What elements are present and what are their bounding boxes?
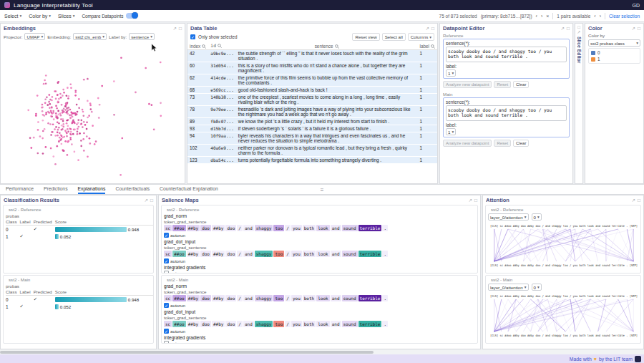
top-bar: Language Interpretability Tool GD: [0, 0, 644, 10]
popout-icon[interactable]: ↗: [145, 198, 148, 203]
columns-button[interactable]: Columns ▾: [408, 33, 434, 41]
maximize-icon[interactable]: □: [567, 26, 570, 32]
autorun-toggle[interactable]: ✓autorun: [164, 233, 475, 238]
popout-icon[interactable]: ↗: [632, 26, 635, 32]
search-icon[interactable]: [202, 44, 206, 49]
column-header-sentence[interactable]: sentence: [236, 42, 418, 50]
next-pair-button[interactable]: ›: [600, 14, 601, 19]
popout-icon[interactable]: ↗: [561, 26, 565, 32]
autorun-toggle[interactable]: autorun: [164, 271, 475, 274]
table-row[interactable]: 10240a6e9...neither parker nor donovan i…: [187, 145, 437, 157]
prev-datapoint-button[interactable]: ‹: [536, 14, 537, 19]
label-select[interactable]: 1▾: [446, 128, 456, 135]
autorun-toggle[interactable]: ✓autorun: [164, 329, 475, 334]
label-select[interactable]: 1▾: [446, 69, 456, 77]
tab-performance[interactable]: Performance: [6, 185, 34, 194]
popout-icon[interactable]: ↗: [632, 198, 635, 203]
label-by-select[interactable]: sentence ▾: [129, 33, 155, 40]
popout-icon[interactable]: ↗: [577, 29, 580, 34]
sentence-input[interactable]: scooby dooby doo / and shaggy too / you …: [446, 105, 567, 121]
probas-row: 0✓0.948: [6, 296, 154, 304]
tab-explanations[interactable]: Explanations: [78, 185, 106, 194]
analyze-new-datapoint-button[interactable]: Analyze new datapoint: [443, 140, 492, 147]
color-by-menu[interactable]: Color by ▾: [29, 14, 51, 19]
table-row[interactable]: 68e569cc...good old-fashioned slash-and-…: [187, 87, 437, 94]
user-avatar[interactable]: GD: [633, 3, 640, 8]
popout-icon[interactable]: ↗: [469, 198, 472, 203]
cell-id: a9bc9e...: [208, 50, 236, 62]
color-by-select[interactable]: sst2 probas class ▾: [588, 39, 640, 47]
tab-counterfactual-explanation[interactable]: Counterfactual Explanation: [160, 185, 218, 194]
search-icon[interactable]: [431, 44, 435, 49]
column-header-label[interactable]: label: [417, 42, 437, 50]
slice-editor-module-minimized[interactable]: □ ↗ Slice Editor: [575, 23, 583, 184]
prev-pair-button[interactable]: ‹: [594, 14, 595, 19]
column-header-id[interactable]: id: [208, 42, 236, 50]
maximize-icon[interactable]: □: [179, 26, 182, 32]
maximize-icon[interactable]: □: [474, 198, 477, 203]
clear-selection-button[interactable]: Clear selection: [609, 14, 640, 19]
drag-handle[interactable]: ≡: [321, 187, 324, 193]
search-icon[interactable]: [218, 44, 222, 48]
autorun-toggle[interactable]: ✓autorun: [164, 258, 475, 263]
next-datapoint-button[interactable]: ›: [541, 14, 542, 19]
column-header-index[interactable]: index: [187, 42, 208, 50]
reset-button[interactable]: Reset: [494, 140, 511, 147]
probas-field-label: probas: [6, 213, 151, 218]
only-show-selected-checkbox[interactable]: ✓: [190, 34, 195, 39]
layer-select[interactable]: layer_0/attention▾: [488, 284, 529, 291]
clear-button[interactable]: Clear: [513, 81, 529, 88]
maximize-icon[interactable]: □: [150, 198, 153, 203]
projector-select[interactable]: UMAP ▾: [24, 33, 45, 40]
select-menu[interactable]: Select ▾: [4, 14, 21, 19]
deselect-datapoint-icon[interactable]: ×: [546, 14, 549, 19]
popout-icon[interactable]: ↗: [173, 26, 177, 32]
head-select[interactable]: 0▾: [532, 213, 542, 221]
reset-view-button[interactable]: Reset view: [352, 33, 379, 41]
table-row[interactable]: 93d15b7d...if steven soderbergh 's ` sol…: [187, 125, 437, 132]
salience-token: .: [382, 295, 388, 301]
maximize-icon[interactable]: □: [638, 198, 640, 203]
score-bar-fill: [55, 227, 127, 232]
table-row[interactable]: 62414cde...the primitive force of this f…: [187, 74, 437, 87]
table-row[interactable]: 73148b38...one of the creepiest , scarie…: [187, 94, 437, 106]
table-row[interactable]: 9410f9aa...byler reveals his characters …: [187, 132, 437, 145]
table-row[interactable]: 789e79ee...fresnadillo 's dark and jolti…: [187, 106, 437, 118]
table-row[interactable]: 123dba54c...turns potentially forgettabl…: [187, 157, 437, 164]
footer-by-team: by the LIT team: [599, 357, 633, 362]
head-select-value: 0: [534, 215, 536, 220]
embedding-select[interactable]: sst2:cls_emb ▾: [73, 33, 107, 40]
salience-token: and: [243, 251, 254, 257]
clear-button[interactable]: Clear: [513, 140, 529, 147]
data-table: index id sentence label 42a9bc9e...the s…: [187, 42, 437, 164]
autorun-toggle[interactable]: autorun: [164, 341, 475, 344]
autorun-toggle[interactable]: ✓autorun: [164, 303, 475, 308]
table-row[interactable]: 42a9bc9e...the subtle strength of `` ell…: [187, 50, 437, 62]
layer-select[interactable]: layer_0/attention▾: [488, 213, 529, 221]
analyze-new-datapoint-button[interactable]: Analyze new datapoint: [443, 81, 492, 88]
sentence-input[interactable]: scooby dooby doo / and shaggy too / you …: [446, 47, 567, 62]
embedding-plot[interactable]: [1, 42, 185, 183]
datapoint-editor-module: Datapoint Editor ↗ □ Referencesentence(*…: [439, 23, 573, 184]
scrollbar-thumb[interactable]: [0, 351, 374, 354]
table-row[interactable]: 89fb8c07...we know the plot 's a little …: [187, 118, 437, 125]
maximize-icon[interactable]: □: [638, 26, 640, 32]
lit-footer-logo[interactable]: [635, 356, 641, 362]
salience-token: sc: [164, 321, 172, 327]
search-icon[interactable]: [335, 44, 339, 49]
data-table-scroll-area[interactable]: index id sentence label 42a9bc9e...the s…: [187, 42, 437, 183]
tab-predictions[interactable]: Predictions: [44, 185, 68, 194]
table-row[interactable]: 6031d054...this is a story of two misfit…: [187, 62, 437, 74]
embedding-scatter: [1, 42, 185, 183]
classification-section: sst2 - MainprobasClassLabelPredictedScor…: [3, 275, 154, 344]
salience-token: you: [291, 295, 302, 301]
popout-icon[interactable]: ↗: [426, 26, 429, 32]
reset-button[interactable]: Reset: [494, 81, 511, 88]
head-select[interactable]: 0▾: [532, 284, 542, 291]
maximize-icon[interactable]: □: [431, 26, 434, 32]
slices-menu[interactable]: Slices ▾: [58, 14, 74, 19]
sentence-field-label: sentence(*):: [446, 41, 567, 46]
select-all-button[interactable]: Select all: [382, 33, 406, 41]
tab-counterfactuals[interactable]: Counterfactuals: [115, 185, 150, 194]
compare-datapoints-toggle[interactable]: [126, 13, 137, 19]
